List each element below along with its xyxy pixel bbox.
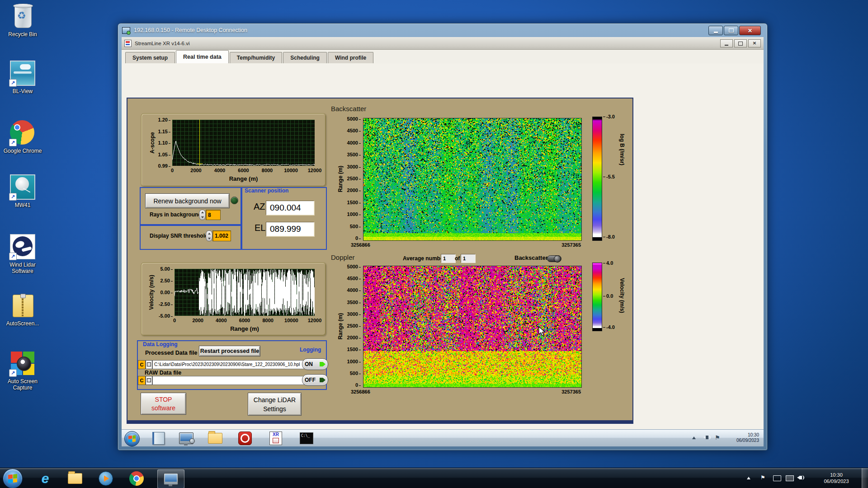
rdp-window-controls: ✕ bbox=[708, 26, 761, 35]
rdp-close-button[interactable]: ✕ bbox=[739, 26, 761, 35]
remote-taskbar-folder-icon[interactable] bbox=[206, 432, 225, 445]
backscatter-y-ticks: 5000450040003500300025002000150010005000 bbox=[330, 119, 361, 238]
remote-taskbar-streamline-vi-icon[interactable]: XR bbox=[266, 432, 285, 445]
doppler-colorbar-label: Velocity (m/s) bbox=[619, 278, 625, 313]
desktop-icon-recycle-bin[interactable]: ♻ Recycle Bin bbox=[1, 4, 44, 38]
remote-taskbar-terminal-icon[interactable]: C:\_ bbox=[297, 432, 316, 445]
ascope-plot-canvas[interactable] bbox=[172, 120, 315, 166]
velocity-graph[interactable]: Velocity (m/s) 5.002.500.00-2.50-5.00 02… bbox=[141, 263, 326, 336]
az-value-field[interactable]: 090.004 bbox=[266, 201, 314, 215]
taskbar-clock[interactable]: 10:30 06/09/2023 bbox=[814, 472, 859, 484]
show-desktop-button[interactable] bbox=[862, 468, 868, 488]
tab-wind-profile[interactable]: Wind profile bbox=[328, 52, 373, 63]
tray-volume-icon[interactable] bbox=[799, 476, 802, 479]
decrement-icon[interactable] bbox=[208, 238, 211, 239]
close-icon: ✕ bbox=[748, 28, 752, 33]
change-lidar-settings-button[interactable]: Change LiDARSettings bbox=[248, 393, 302, 416]
tick-label: 2000 bbox=[347, 335, 361, 340]
shortcut-arrow-icon: ↗ bbox=[9, 369, 17, 377]
desktop-icon-bl-view[interactable]: ↗ BL-View bbox=[1, 61, 44, 94]
rdp-title-bar[interactable]: 192.168.0.150 - Remote Desktop Connectio… bbox=[118, 23, 767, 37]
app-content: A-scope 1.201.151.101.050.99 02000400060… bbox=[122, 63, 764, 429]
app-close-button[interactable]: ✕ bbox=[748, 39, 761, 47]
taskbar-explorer-icon[interactable] bbox=[66, 469, 84, 488]
taskbar-rdp-button-active[interactable] bbox=[157, 469, 184, 488]
remote-taskbar-notepad-icon[interactable] bbox=[149, 432, 168, 445]
tray-display-icon[interactable] bbox=[773, 475, 781, 481]
desktop-icon-google-chrome[interactable]: ↗ Google Chrome bbox=[1, 120, 44, 154]
remote-tray-flag-icon[interactable]: ⚑ bbox=[715, 434, 720, 441]
processed-data-file-label: Processed Data file bbox=[145, 350, 197, 356]
backscatter-toggle-switch[interactable] bbox=[547, 255, 561, 262]
tray-action-center-icon[interactable]: ⚑ bbox=[760, 474, 765, 481]
folder-icon bbox=[208, 433, 222, 444]
desktop-icon-wind-lidar[interactable]: ↗ Wind Lidar Software bbox=[1, 234, 44, 274]
processed-browse-button[interactable] bbox=[146, 360, 152, 369]
rays-value-field[interactable]: 8 bbox=[206, 210, 221, 220]
snr-spinner[interactable] bbox=[206, 230, 212, 241]
tray-expand-icon[interactable] bbox=[747, 477, 750, 479]
tab-temp-humidity[interactable]: Temp/humidity bbox=[230, 52, 282, 63]
toggle-knob[interactable] bbox=[554, 255, 561, 263]
average-total-field[interactable]: 1 bbox=[461, 254, 476, 263]
increment-icon[interactable] bbox=[201, 211, 204, 213]
increment-icon[interactable] bbox=[208, 233, 211, 235]
desktop-icon-auto-screen-capture[interactable]: ↗ Auto Screen Capture bbox=[1, 351, 44, 391]
taskbar-media-player-icon[interactable] bbox=[97, 469, 115, 488]
rays-spinner[interactable] bbox=[199, 210, 206, 220]
decrement-icon[interactable] bbox=[201, 216, 204, 218]
processed-logging-on-button[interactable]: ON bbox=[302, 358, 328, 370]
tick-label: 500 bbox=[350, 224, 361, 229]
taskbar-chrome-icon[interactable] bbox=[127, 469, 146, 488]
el-value-field[interactable]: 089.999 bbox=[266, 222, 314, 236]
snr-value-field[interactable]: 1.002 bbox=[212, 230, 231, 241]
tray-network-icon[interactable] bbox=[786, 475, 794, 481]
average-number-label: Average number bbox=[403, 255, 445, 262]
remote-clock[interactable]: 10:30 06/09/2023 bbox=[736, 432, 759, 443]
doppler-y-ticks: 5000450040003500300025002000150010005000 bbox=[330, 267, 361, 385]
tick-label: 1500 bbox=[347, 347, 361, 352]
tab-real-time-data[interactable]: Real time data bbox=[176, 50, 229, 63]
processed-drive-letter[interactable]: C bbox=[138, 360, 146, 369]
tab-scheduling[interactable]: Scheduling bbox=[283, 52, 327, 63]
rdp-window-icon bbox=[122, 27, 130, 34]
stop-software-button[interactable]: STOPsoftware bbox=[141, 393, 186, 415]
backscatter-colorbar bbox=[592, 117, 602, 241]
raw-browse-button[interactable] bbox=[146, 376, 152, 385]
desktop-icon-mw41[interactable]: ↗ MW41 bbox=[1, 174, 44, 208]
tab-strip: System setupReal time dataTemp/humidityS… bbox=[125, 50, 374, 63]
raw-logging-off-button[interactable]: OFF bbox=[302, 374, 328, 386]
app-title-bar[interactable]: StreamLine XR v14-6.vi ✕ bbox=[122, 37, 764, 50]
raw-path-field[interactable] bbox=[152, 376, 304, 385]
rdp-minimize-button[interactable] bbox=[708, 26, 723, 35]
renew-background-button[interactable]: Renew background now bbox=[145, 193, 230, 208]
ascope-x-ticks: 020004000600080001000012000 bbox=[172, 168, 315, 174]
doppler-heatmap-canvas[interactable] bbox=[363, 266, 582, 388]
remote-tray-volume-icon[interactable] bbox=[706, 436, 708, 439]
app-maximize-button[interactable] bbox=[734, 39, 747, 47]
backscatter-heatmap-canvas[interactable] bbox=[363, 118, 582, 241]
average-number-field[interactable]: 1 bbox=[441, 254, 456, 263]
tick-label: 1000 bbox=[347, 211, 361, 217]
raw-drive-letter[interactable]: C bbox=[138, 376, 146, 385]
taskbar: e ⚑ 10:30 06/09/2023 bbox=[0, 468, 868, 488]
processed-path-field[interactable]: C:\Lidar\Data\Proc\2023\202309\20230906\… bbox=[152, 360, 304, 369]
velocity-plot-canvas[interactable] bbox=[175, 269, 315, 316]
tab-system-setup[interactable]: System setup bbox=[125, 52, 175, 63]
remote-start-button[interactable] bbox=[124, 431, 140, 446]
tick-label: 3000 bbox=[347, 164, 361, 169]
restart-processed-file-button[interactable]: Restart processed file bbox=[199, 346, 260, 357]
backscatter-toggle-label: Backscatter bbox=[514, 254, 548, 261]
remote-taskbar-display-settings-icon[interactable] bbox=[177, 432, 196, 445]
ascope-graph[interactable]: A-scope 1.201.151.101.050.99 02000400060… bbox=[141, 113, 326, 187]
start-button[interactable] bbox=[3, 469, 23, 488]
media-player-icon bbox=[99, 471, 113, 486]
desktop-icon-label: MW41 bbox=[1, 202, 44, 208]
app-minimize-button[interactable] bbox=[720, 39, 733, 47]
remote-tray-expand-icon[interactable] bbox=[692, 436, 696, 439]
taskbar-internet-explorer-icon[interactable]: e bbox=[36, 469, 54, 488]
desktop-icon-autoscreen[interactable]: AutoScreen... bbox=[1, 293, 44, 327]
remote-taskbar-power-app-icon[interactable] bbox=[236, 432, 255, 445]
rdp-restore-button[interactable] bbox=[724, 26, 738, 35]
zip-folder-icon bbox=[10, 293, 35, 318]
